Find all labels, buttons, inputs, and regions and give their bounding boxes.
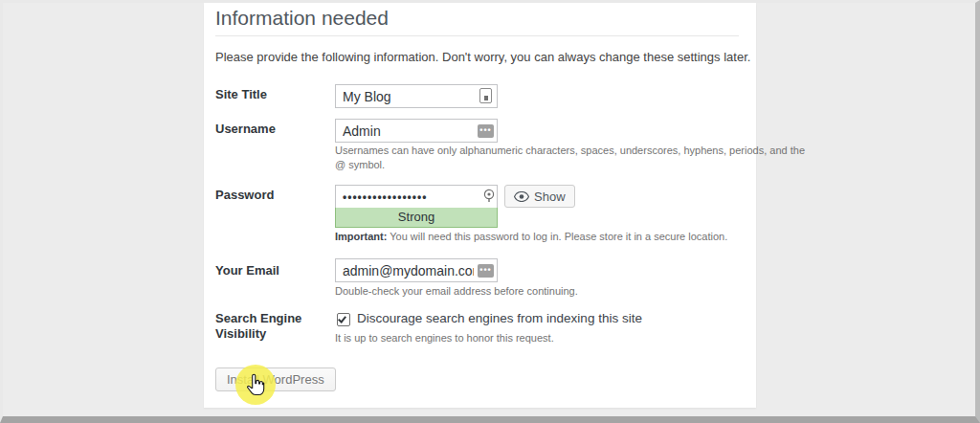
username-input[interactable] (335, 119, 498, 143)
email-help: Double-check your email address before c… (335, 284, 746, 299)
search-visibility-label-line1: Search Engine (215, 311, 301, 325)
show-password-button[interactable]: Show (504, 185, 575, 208)
browser-viewport: Information needed Please provide the fo… (0, 0, 980, 423)
eye-icon (514, 191, 529, 202)
password-reveal-icon[interactable] (482, 189, 496, 204)
setup-panel: Information needed Please provide the fo… (204, 3, 756, 408)
discourage-indexing-checkbox[interactable] (337, 313, 350, 326)
autofill-dots-icon[interactable]: ••• (478, 264, 494, 278)
important-text: You will need this password to log in. P… (387, 231, 727, 242)
page-title: Information needed (215, 7, 389, 30)
text-suggestion-icon[interactable] (479, 88, 492, 103)
email-label: Your Email (215, 263, 330, 278)
email-input[interactable] (335, 258, 498, 282)
title-divider (215, 35, 739, 36)
autofill-dots-icon[interactable]: ••• (478, 124, 494, 138)
search-visibility-label-line2: Visibility (215, 326, 266, 341)
checkmark-icon (338, 314, 346, 323)
show-password-label: Show (534, 189, 566, 204)
password-important-note: Important: You will need this password t… (335, 230, 746, 244)
password-strength-meter: Strong (335, 208, 498, 228)
password-label: Password (215, 188, 330, 203)
important-label: Important: (335, 231, 387, 242)
discourage-indexing-label: Discourage search engines from indexing … (357, 311, 642, 325)
search-visibility-help: It is up to search engines to honor this… (335, 331, 746, 345)
search-visibility-label: Search Engine Visibility (215, 311, 330, 342)
site-title-input[interactable] (335, 84, 498, 108)
username-label: Username (215, 122, 330, 137)
site-title-label: Site Title (215, 87, 330, 102)
password-input[interactable] (335, 185, 498, 209)
username-help: Usernames can have only alphanumeric cha… (335, 144, 818, 172)
intro-text: Please provide the following information… (215, 50, 750, 64)
install-wordpress-button[interactable]: Install WordPress (215, 367, 336, 391)
